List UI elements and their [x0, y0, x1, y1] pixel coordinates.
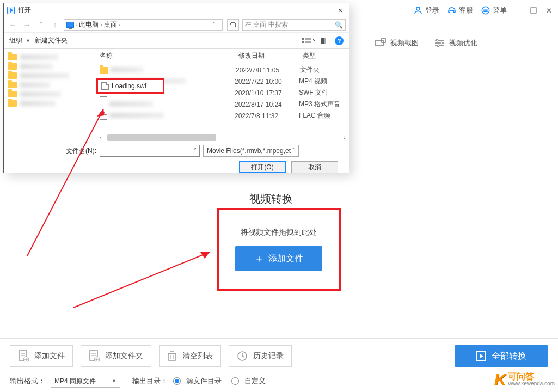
history-button[interactable]: 历史记录: [229, 345, 292, 367]
organize-menu[interactable]: 组织▼: [9, 36, 30, 45]
chevron-down-icon: ▼: [112, 378, 116, 384]
file-row[interactable]: 2022/8/17 10:24MP3 格式声音: [100, 99, 346, 110]
bottom-add-file-button[interactable]: 添加文件: [10, 345, 73, 367]
watermark-url: www.kewenda.com: [508, 381, 555, 387]
watermark-brand: 可问答: [508, 372, 555, 381]
app-icon: [7, 7, 15, 14]
convert-all-button[interactable]: 全部转换: [455, 345, 548, 367]
bottom-add-folder-button[interactable]: 添加文件夹: [81, 345, 151, 367]
add-file-button[interactable]: ＋ 添加文件: [235, 246, 322, 271]
section-heading: 视频转换: [249, 192, 293, 206]
support-button[interactable]: 客服: [447, 5, 473, 15]
folder-tree[interactable]: [4, 49, 96, 142]
refresh-icon: [230, 22, 236, 28]
file-row[interactable]: 2022/7/8 11:05文件夹: [100, 64, 346, 76]
menu-icon: [481, 5, 490, 15]
file-plus-icon: [18, 350, 29, 362]
plus-icon: ＋: [254, 252, 264, 265]
new-folder-button[interactable]: 新建文件夹: [35, 36, 68, 45]
output-format-label: 输出格式：: [10, 376, 45, 386]
search-placeholder: 在 桌面 中搜索: [245, 20, 288, 29]
bottom-toolbar: 添加文件 添加文件夹 清空列表 历史记录 全部转换 输出格式： MP4 同原文件…: [0, 338, 558, 392]
login-label: 登录: [425, 5, 439, 15]
filename-label: 文件名(N):: [9, 146, 96, 156]
nav-back[interactable]: ←: [7, 20, 18, 30]
help-button[interactable]: ?: [335, 36, 344, 45]
video-optimize-button[interactable]: 视频优化: [434, 38, 477, 48]
screenshot-icon: [375, 38, 386, 48]
pc-icon: [66, 22, 74, 28]
menu-label: 菜单: [493, 5, 507, 15]
screenshot-label: 视频截图: [390, 38, 419, 48]
svg-line-43: [242, 356, 244, 357]
play-icon: [476, 351, 486, 361]
svg-rect-5: [531, 8, 536, 13]
refresh-button[interactable]: [227, 19, 239, 31]
output-dir-label: 输出目录：: [132, 376, 168, 386]
header-name[interactable]: 名称: [100, 51, 238, 60]
file-icon: [101, 82, 109, 90]
window-close[interactable]: ✕: [545, 7, 553, 14]
svg-marker-23: [200, 252, 210, 259]
add-file-label: 添加文件: [268, 253, 303, 265]
login-button[interactable]: 登录: [413, 5, 439, 15]
filename-dropdown-icon[interactable]: ˅: [191, 145, 199, 156]
scroll-left-icon[interactable]: ‹: [96, 134, 105, 140]
watermark: K 可问答 www.kewenda.com: [494, 370, 555, 389]
nav-up[interactable]: ↑: [50, 20, 60, 30]
search-input[interactable]: 在 桌面 中搜索 🔍: [242, 19, 346, 31]
clear-list-button[interactable]: 清空列表: [159, 345, 221, 367]
menu-button[interactable]: 菜单: [481, 5, 507, 15]
selected-file-highlight[interactable]: Loading.swf: [96, 78, 164, 94]
selected-file-name: Loading.swf: [112, 82, 146, 90]
support-label: 客服: [459, 5, 473, 15]
view-mode-button[interactable]: [302, 37, 316, 45]
dialog-title: 打开: [18, 5, 31, 15]
sep-icon: ›: [76, 22, 77, 28]
svg-rect-19: [325, 38, 330, 44]
window-minimize[interactable]: —: [514, 7, 522, 14]
svg-point-13: [437, 45, 439, 47]
filename-input[interactable]: ˅: [100, 145, 200, 157]
svg-rect-14: [302, 38, 304, 40]
svg-point-11: [436, 39, 438, 41]
breadcrumb-pc[interactable]: 此电脑: [79, 20, 99, 29]
optimize-label: 视频优化: [449, 38, 477, 48]
open-button[interactable]: 打开(O): [239, 161, 286, 173]
svg-point-0: [416, 7, 420, 10]
header-date[interactable]: 修改日期: [238, 51, 303, 60]
svg-rect-16: [305, 38, 311, 40]
search-icon: 🔍: [335, 21, 343, 29]
file-row[interactable]: 2022/7/8 11:32FLAC 音频: [100, 110, 346, 121]
header-type[interactable]: 类型: [303, 51, 344, 60]
scroll-right-icon[interactable]: ›: [340, 134, 349, 140]
dialog-close-button[interactable]: ×: [335, 6, 346, 15]
cancel-button[interactable]: 取消: [291, 161, 338, 173]
svg-rect-15: [302, 41, 304, 43]
svg-line-22: [73, 252, 210, 308]
radio-source-dir[interactable]: [173, 377, 181, 385]
logo-icon: K: [494, 370, 506, 389]
radio-custom-label: 自定义: [244, 376, 266, 386]
radio-custom-dir[interactable]: [231, 377, 239, 385]
file-open-dialog: 打开 × ← → ˅ ↑ › 此电脑 › 桌面 › ˅ 在 桌面 中搜索 🔍 组…: [3, 3, 349, 173]
preview-pane-button[interactable]: [321, 38, 330, 44]
video-screenshot-button[interactable]: 视频截图: [375, 38, 419, 48]
nav-recent-dropdown[interactable]: ˅: [35, 20, 46, 30]
drop-zone[interactable]: 将视频文件拖拽到此处 ＋ 添加文件: [217, 208, 341, 291]
svg-point-12: [440, 42, 443, 44]
window-maximize[interactable]: [530, 7, 537, 14]
clock-icon: [237, 351, 248, 362]
horizontal-scrollbar[interactable]: ‹ ›: [96, 133, 349, 142]
svg-rect-17: [305, 41, 311, 43]
sliders-icon: [434, 38, 445, 48]
user-icon: [413, 5, 423, 15]
scroll-thumb[interactable]: [107, 134, 216, 141]
filetype-filter[interactable]: Movie Files(*.rmvb,*.mpeg,et˅: [203, 145, 299, 157]
breadcrumb[interactable]: › 此电脑 › 桌面 › ˅: [64, 19, 223, 31]
nav-forward[interactable]: →: [21, 20, 32, 30]
breadcrumb-desktop[interactable]: 桌面: [104, 20, 117, 29]
chevron-down-icon[interactable]: ˅: [212, 21, 220, 29]
output-format-select[interactable]: MP4 同原文件 ▼: [51, 375, 120, 388]
svg-rect-36: [169, 353, 175, 360]
